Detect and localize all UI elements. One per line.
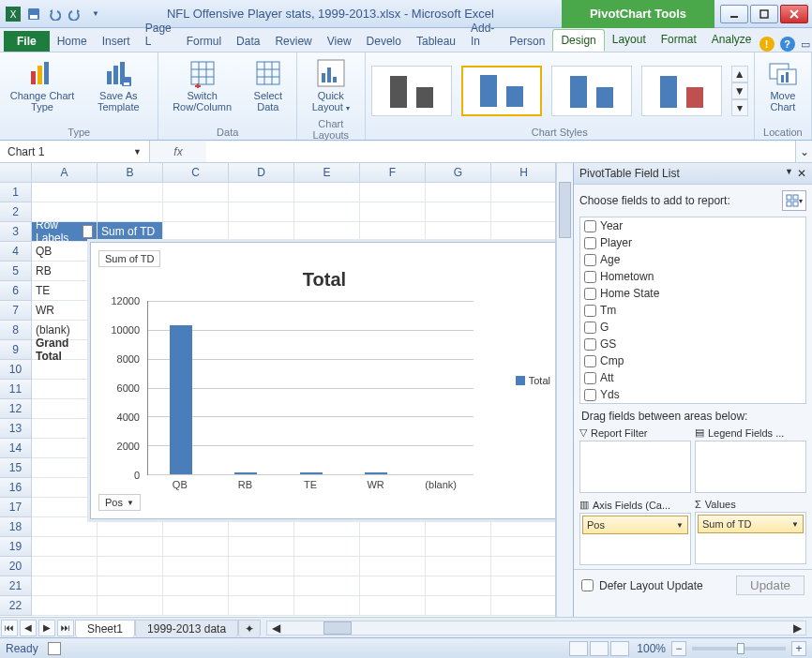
col-header[interactable]: B	[98, 163, 163, 183]
row-header[interactable]: 2	[0, 202, 32, 222]
filter-dropdown-icon[interactable]: ▼	[83, 225, 93, 238]
save-as-template-button[interactable]: Save As Template	[84, 56, 152, 114]
cell[interactable]	[32, 458, 98, 478]
row-header[interactable]: 17	[0, 498, 32, 517]
row-header[interactable]: 16	[0, 478, 32, 498]
cell[interactable]	[98, 557, 163, 576]
alert-icon[interactable]: !	[759, 37, 774, 52]
macro-record-icon[interactable]	[48, 642, 61, 655]
cell[interactable]	[426, 576, 491, 596]
cell[interactable]: Sum of TD	[98, 222, 163, 242]
cell[interactable]	[98, 596, 163, 616]
help-icon[interactable]: ?	[780, 37, 795, 52]
cell[interactable]	[360, 576, 426, 596]
worksheet[interactable]: ABCDEFGH123Row Labels▼Sum of TD4QB103385…	[0, 163, 556, 617]
cell[interactable]	[32, 478, 98, 498]
cell[interactable]	[163, 557, 229, 576]
axis-fields-area[interactable]: ▥Axis Fields (Ca... Pos▼	[579, 497, 691, 565]
legend-fields-area[interactable]: ▤Legend Fields ...	[695, 425, 806, 493]
formula-input[interactable]	[206, 142, 795, 162]
cell[interactable]	[98, 202, 163, 222]
cell[interactable]	[229, 576, 294, 596]
chart-sum-field-button[interactable]: Sum of TD	[98, 250, 160, 267]
field-item[interactable]: Player	[580, 234, 805, 251]
chart-axis-field-button[interactable]: Pos▼	[98, 494, 141, 511]
cell[interactable]	[98, 537, 163, 557]
quick-layout-button[interactable]: Quick Layout ▾	[303, 56, 359, 116]
col-header[interactable]: C	[163, 163, 229, 183]
cell[interactable]	[294, 202, 360, 222]
switch-row-column-button[interactable]: Switch Row/Column	[164, 56, 239, 114]
row-header[interactable]: 11	[0, 380, 32, 399]
cell[interactable]	[491, 202, 556, 222]
field-list-layout-button[interactable]: ▾	[782, 190, 806, 211]
zoom-in-button[interactable]: +	[791, 641, 806, 656]
chart-style-nav[interactable]: ▲▼▾	[731, 66, 748, 116]
chart-style-4[interactable]	[641, 66, 722, 116]
cell[interactable]	[491, 517, 556, 537]
field-checkbox[interactable]	[584, 288, 596, 300]
cell[interactable]	[426, 557, 491, 576]
cell[interactable]	[98, 183, 163, 202]
chart-style-2[interactable]	[461, 66, 542, 116]
vertical-scrollbar[interactable]	[556, 163, 573, 617]
dropdown-icon[interactable]: ▼	[785, 167, 793, 180]
tab-analyze[interactable]: Analyze	[704, 29, 759, 52]
row-header[interactable]: 13	[0, 419, 32, 439]
close-button[interactable]	[780, 5, 808, 23]
tab-layout[interactable]: Layout	[605, 29, 654, 52]
tab-view[interactable]: View	[320, 31, 359, 52]
row-header[interactable]: 14	[0, 439, 32, 458]
chart-bar[interactable]	[170, 325, 192, 474]
tab-design[interactable]: Design	[552, 29, 604, 52]
cell[interactable]	[32, 183, 98, 202]
field-list[interactable]: YearPlayerAgeHometownHome StateTmGGSCmpA…	[579, 217, 806, 404]
row-header[interactable]: 7	[0, 301, 32, 321]
cell[interactable]	[229, 596, 294, 616]
dropdown-icon[interactable]: ▼	[133, 147, 142, 157]
cell[interactable]: QB	[32, 242, 98, 262]
cell[interactable]	[229, 222, 294, 242]
field-item[interactable]: Tm	[580, 302, 805, 319]
chart-title[interactable]: Total	[91, 269, 556, 291]
cell[interactable]	[229, 183, 294, 202]
cell[interactable]	[32, 537, 98, 557]
field-item[interactable]: G	[580, 319, 805, 336]
cell[interactable]	[163, 202, 229, 222]
cell[interactable]	[32, 439, 98, 458]
update-button[interactable]: Update	[736, 576, 804, 595]
close-icon[interactable]: ✕	[797, 167, 806, 180]
row-header[interactable]: 8	[0, 321, 32, 340]
field-checkbox[interactable]	[584, 254, 596, 266]
sheet-nav-buttons[interactable]: ⏮◀▶⏭	[0, 619, 75, 637]
values-area[interactable]: ΣValues Sum of TD▼	[695, 497, 806, 565]
values-field-sum-td[interactable]: Sum of TD▼	[698, 515, 804, 533]
cell[interactable]	[294, 576, 360, 596]
row-header[interactable]: 5	[0, 262, 32, 281]
chart-bar[interactable]	[234, 472, 257, 474]
cell[interactable]	[229, 557, 294, 576]
col-header[interactable]: H	[491, 163, 556, 183]
cell[interactable]	[163, 517, 229, 537]
chart-style-3[interactable]	[551, 66, 632, 116]
chart-style-1[interactable]	[371, 66, 452, 116]
row-header[interactable]: 1	[0, 183, 32, 202]
expand-formula-icon[interactable]: ⌄	[795, 141, 812, 162]
cell[interactable]	[32, 380, 98, 399]
sheet-tab[interactable]: 1999-2013 data	[135, 620, 238, 637]
file-tab[interactable]: File	[4, 31, 50, 52]
sheet-tab-active[interactable]: Sheet1	[75, 620, 135, 637]
cell[interactable]	[32, 360, 98, 380]
cell[interactable]	[426, 517, 491, 537]
report-filter-area[interactable]: ▽Report Filter	[579, 425, 691, 493]
field-item[interactable]: Hometown	[580, 268, 805, 285]
tab-person[interactable]: Person	[502, 31, 552, 52]
tab-insert[interactable]: Insert	[95, 31, 138, 52]
cell[interactable]: RB	[32, 262, 98, 281]
chart-bar[interactable]	[300, 472, 323, 474]
row-header[interactable]: 4	[0, 242, 32, 262]
undo-icon[interactable]	[45, 5, 64, 23]
field-item[interactable]: Home State	[580, 285, 805, 302]
cell[interactable]	[163, 596, 229, 616]
cell[interactable]	[360, 537, 426, 557]
